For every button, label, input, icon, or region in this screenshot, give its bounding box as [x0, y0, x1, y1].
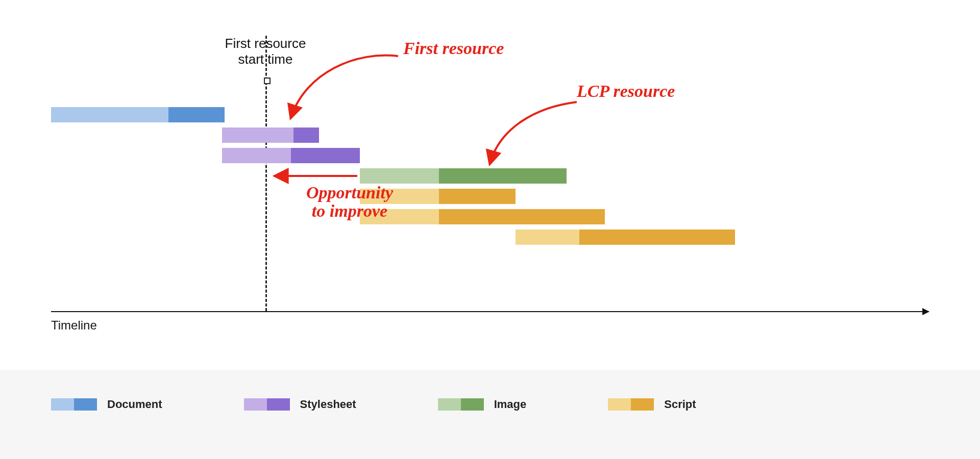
- bar-script-3: [516, 230, 735, 245]
- swatch-segment: [244, 398, 267, 411]
- annotation-opportunity-line2: to improve: [312, 201, 387, 220]
- legend-swatch-script: [608, 398, 654, 411]
- swatch-segment: [438, 398, 461, 411]
- legend: Document Stylesheet Image Script: [51, 398, 696, 411]
- swatch-segment: [74, 398, 97, 411]
- first-resource-marker: [265, 36, 267, 311]
- bar-segment-wait: [222, 148, 291, 163]
- swatch-segment: [461, 398, 484, 411]
- legend-swatch-image: [438, 398, 484, 411]
- legend-swatch-document: [51, 398, 97, 411]
- swatch-segment: [631, 398, 654, 411]
- legend-label: Script: [664, 398, 696, 411]
- legend-label: Image: [494, 398, 527, 411]
- timeline-axis-label: Timeline: [51, 318, 97, 333]
- legend-band: [0, 370, 980, 459]
- annotation-opportunity-line1: Opportunity: [306, 183, 393, 202]
- swatch-segment: [51, 398, 74, 411]
- bar-image-1: [360, 168, 567, 184]
- bar-segment-wait: [360, 168, 439, 184]
- bar-stylesheet-1: [222, 128, 319, 143]
- legend-item-image: Image: [438, 398, 527, 411]
- bar-segment-wait: [222, 128, 293, 143]
- legend-item-stylesheet: Stylesheet: [244, 398, 356, 411]
- legend-item-document: Document: [51, 398, 162, 411]
- annotation-first-resource: First resource: [403, 39, 504, 58]
- bar-segment-load: [293, 128, 319, 143]
- bar-segment-wait: [516, 230, 579, 245]
- legend-label: Stylesheet: [300, 398, 356, 411]
- annotation-lcp-resource: LCP resource: [577, 82, 675, 101]
- legend-label: Document: [107, 398, 162, 411]
- bar-segment-load: [579, 230, 735, 245]
- bar-segment-load: [439, 168, 567, 184]
- bar-document-1: [51, 107, 225, 122]
- timeline-axis: [51, 311, 929, 312]
- swatch-segment: [267, 398, 290, 411]
- bar-segment-load: [439, 209, 605, 224]
- bar-stylesheet-2: [222, 148, 360, 163]
- swatch-segment: [608, 398, 631, 411]
- waterfall-chart: First resource start time: [51, 36, 929, 321]
- bar-segment-load: [291, 148, 360, 163]
- page: First resource start time: [0, 0, 980, 459]
- bar-segment-load: [439, 189, 516, 204]
- legend-swatch-stylesheet: [244, 398, 290, 411]
- bar-segment-wait: [51, 107, 168, 122]
- legend-item-script: Script: [608, 398, 696, 411]
- annotation-opportunity: Opportunity to improve: [291, 184, 408, 220]
- bar-segment-load: [168, 107, 225, 122]
